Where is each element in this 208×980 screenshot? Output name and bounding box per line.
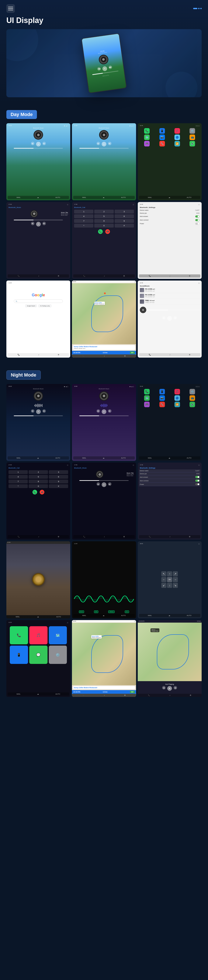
- dial-key-0[interactable]: 0: [94, 224, 113, 228]
- dial-key-4[interactable]: 4: [74, 214, 93, 218]
- night-map-direction: Start onDonglan Road: [150, 628, 159, 632]
- app-extra3[interactable]: 📶: [175, 141, 180, 146]
- dial-key-8[interactable]: 8: [94, 219, 113, 223]
- dial-key-9[interactable]: 9: [115, 219, 134, 223]
- settings-row-pin: Device pin0000: [139, 212, 200, 215]
- app-maps[interactable]: 🗺️: [144, 135, 150, 140]
- night-app-7[interactable]: 🔵: [175, 395, 180, 401]
- arrow-bl[interactable]: ↙: [161, 583, 166, 588]
- cp-phone[interactable]: 📞: [10, 626, 28, 644]
- call-end[interactable]: 📵: [105, 229, 110, 234]
- app-extra2[interactable]: 🔧: [159, 141, 165, 146]
- menu-icon[interactable]: [6, 4, 15, 13]
- night-dial-0[interactable]: 0: [28, 484, 48, 488]
- cp-maps[interactable]: 🗺️: [49, 626, 67, 644]
- night-screen-settings: 17:40◻ Bluetooth_Settings Device nameCar…: [138, 463, 202, 539]
- night-app-11[interactable]: 📶: [175, 402, 180, 407]
- day-screen-social: 12:40◻ SocialMusic 华东_好汉歌.mp4 华东_好汉歌.mp4: [138, 280, 202, 358]
- nav-dots[interactable]: [193, 8, 202, 9]
- night-dial-6[interactable]: 6: [49, 475, 68, 479]
- cp-podcast[interactable]: 💬: [29, 646, 47, 664]
- app-extra1[interactable]: 🎮: [144, 141, 150, 146]
- night-app-6[interactable]: 📷: [159, 395, 165, 401]
- app-whatsapp[interactable]: 📞: [144, 128, 150, 134]
- social-item-1[interactable]: 华东_好汉歌.mp4 华东_好汉歌.mp4: [139, 287, 200, 293]
- social-track-2-sub: 华东_好汉歌.mp3: [145, 296, 155, 298]
- bt-call-header: Bluetooth_Call: [73, 206, 135, 209]
- cp-messages[interactable]: 📱: [10, 646, 28, 664]
- night-map-info: Sunny Coffee Modern Restaurant: [73, 686, 135, 689]
- night-dial-9[interactable]: 9: [49, 480, 68, 484]
- night-app-1[interactable]: 📞: [144, 389, 150, 395]
- night-screen-apps: 15:44◻ ◻ ◻ 📞 📱 🎵 ⚙️ 🗺️ 📷 🔵 📺 🎮 🔧 📶: [138, 384, 202, 461]
- night-track-title: Music Title: [127, 473, 134, 474]
- hero-device: 20:08 Bluetooth Music ◀◀ ⏸ ▶▶ MAIL AUTO: [81, 33, 127, 94]
- arrow-tr[interactable]: ↗: [173, 571, 178, 576]
- eq-btn-3[interactable]: TREBLE: [108, 611, 114, 613]
- dial-key-5[interactable]: 5: [94, 214, 113, 218]
- app-settings[interactable]: ⚙️: [189, 128, 195, 134]
- night-app-2[interactable]: 📱: [159, 389, 165, 395]
- night-settings-row-connect: Auto connect: [139, 479, 200, 482]
- night-dial-4[interactable]: 4: [8, 475, 28, 479]
- dial-key-1[interactable]: 1: [74, 210, 93, 213]
- night-dial-hash[interactable]: #: [49, 484, 68, 488]
- map-info-card: Sunny Coffee Modern Restaurant Address d…: [73, 345, 135, 350]
- dial-key-star[interactable]: *: [74, 224, 93, 228]
- night-app-3[interactable]: 🎵: [175, 389, 180, 395]
- settings-row-name: Device nameCarBT: [139, 209, 200, 212]
- night-app-10[interactable]: 🔧: [159, 402, 165, 407]
- night-screen-music-2: 20:08▶ ☁ ◻ Bluetooth Music ⏮: [72, 384, 136, 461]
- night-app-5[interactable]: 🗺️: [144, 395, 150, 401]
- app-media[interactable]: 📺: [189, 135, 195, 140]
- night-dial-star[interactable]: *: [8, 484, 28, 488]
- social-item-2[interactable]: 华东_好汉歌.mp3 华东_好汉歌.mp3: [139, 293, 200, 299]
- arrow-up[interactable]: ↑: [167, 571, 172, 576]
- search-bar[interactable]: 🔍: [14, 299, 63, 303]
- night-dial-3[interactable]: 3: [49, 470, 68, 474]
- night-track-artist: Music Artist: [127, 475, 134, 476]
- cp-settings[interactable]: ⚙️: [49, 646, 67, 664]
- arrow-tl[interactable]: ↖: [161, 571, 166, 576]
- cp-music[interactable]: 🎵: [29, 626, 47, 644]
- night-dial-7[interactable]: 7: [8, 480, 28, 484]
- dial-key-6[interactable]: 6: [115, 214, 134, 218]
- dial-key-2[interactable]: 2: [94, 210, 113, 213]
- night-dial-2[interactable]: 2: [28, 470, 48, 474]
- google-search-btn[interactable]: Google Search: [25, 305, 37, 307]
- social-item-3[interactable]: 字幕版_333.mp3 字幕版_333.mp3: [139, 299, 200, 305]
- app-phone[interactable]: 📱: [159, 128, 165, 134]
- eq-btn-2[interactable]: MID: [94, 611, 98, 613]
- night-map-place: Sunny Coffee Modern Restaurant: [91, 635, 102, 639]
- google-lucky-btn[interactable]: I'm Feeling Lucky: [38, 305, 51, 307]
- eq-btn-1[interactable]: BASS: [79, 611, 84, 613]
- night-call-end[interactable]: 📵: [40, 490, 44, 495]
- arrow-br[interactable]: ↘: [173, 583, 178, 588]
- eq-btn-4[interactable]: VOL: [125, 611, 129, 613]
- night-screen-bt-music: 17:40◻ Bluetooth_Music Music Title Music…: [72, 463, 136, 539]
- night-app-12[interactable]: 🔊: [189, 402, 195, 407]
- night-app-8[interactable]: 📺: [189, 395, 195, 401]
- arrow-ok[interactable]: OK: [167, 577, 172, 582]
- dial-key-7[interactable]: 7: [74, 219, 93, 223]
- night-app-9[interactable]: 🎮: [144, 402, 150, 407]
- dial-key-3[interactable]: 3: [115, 210, 134, 213]
- day-screen-apps: 15:44◻ ◻ ◻ 📞 📱 🎵 ⚙️ 🗺️ 📷 🔵 📺 🎮 🔧 📶: [138, 123, 202, 200]
- night-go-button[interactable]: GO: [130, 691, 135, 693]
- app-bt[interactable]: 🔵: [175, 135, 180, 140]
- night-app-4[interactable]: ⚙️: [189, 389, 195, 395]
- go-button[interactable]: GO: [130, 352, 135, 354]
- night-dial-1[interactable]: 1: [8, 470, 28, 474]
- social-track-1: 华东_好汉歌.mp4: [145, 288, 155, 290]
- arrow-down[interactable]: ↓: [167, 583, 172, 588]
- call-accept[interactable]: 📞: [98, 229, 103, 234]
- arrow-right[interactable]: →: [173, 577, 178, 582]
- arrow-left[interactable]: ←: [161, 577, 166, 582]
- app-music[interactable]: 🎵: [175, 128, 180, 134]
- night-call-accept[interactable]: 📞: [33, 490, 37, 495]
- night-dial-8[interactable]: 8: [28, 480, 48, 484]
- app-extra4[interactable]: 🔊: [189, 141, 195, 146]
- app-camera[interactable]: 📷: [159, 135, 165, 140]
- night-dial-5[interactable]: 5: [28, 475, 48, 479]
- dial-key-hash[interactable]: #: [115, 224, 134, 228]
